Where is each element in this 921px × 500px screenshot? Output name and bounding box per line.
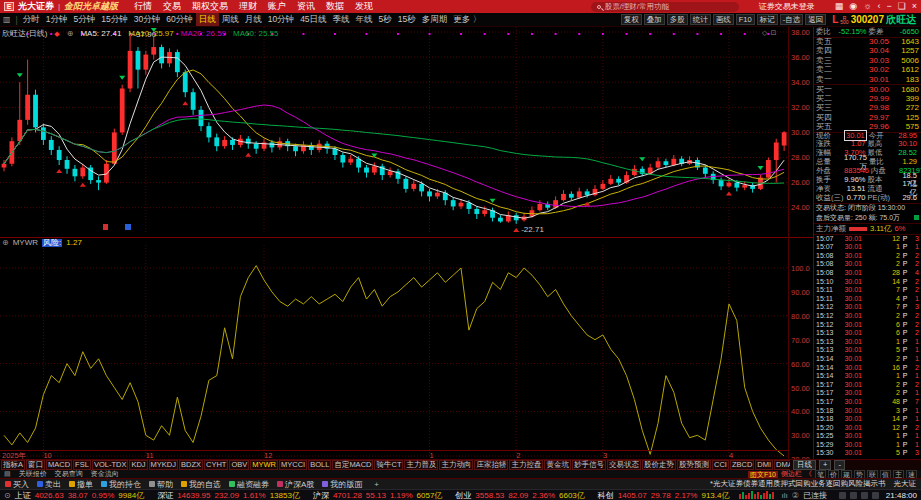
index-科创[interactable]: 科创1405.0729.782.17%913.4亿 — [598, 490, 730, 500]
f10-button[interactable]: 图文F10 — [748, 471, 778, 478]
login-status[interactable]: 证券交易未登录 — [759, 1, 815, 12]
tick-list[interactable]: 15:0730.0112P315:0730.011P115:0830.012P2… — [814, 234, 921, 458]
indicator-tab-OBV[interactable]: OBV — [229, 460, 249, 470]
order-row[interactable]: 卖一30.01183 — [814, 75, 921, 85]
period-tab-多周期[interactable]: 多周期 — [419, 13, 451, 26]
indicator-tab-KDJ[interactable]: KDJ — [129, 460, 147, 470]
index-沪深[interactable]: 沪深4701.2855.131.19%6057亿 — [313, 490, 442, 500]
settings-icon[interactable]: ☼ — [863, 0, 871, 13]
index-创业[interactable]: 创业3558.5382.092.36%6603亿 — [455, 490, 584, 500]
add-shortcut-button[interactable]: + — [374, 480, 379, 489]
order-row[interactable]: 买二29.99399 — [814, 94, 921, 104]
period-tab-季线[interactable]: 季线 — [330, 13, 353, 26]
tool--自选[interactable]: -自选 — [780, 14, 804, 25]
indicator-tab-庄家抬轿[interactable]: 庄家抬轿 — [474, 460, 508, 470]
indicator-tab-骑牛CT[interactable]: 骑牛CT — [374, 460, 403, 470]
period-tab-15秒[interactable]: 15秒 — [395, 13, 419, 26]
msg-icon[interactable] — [839, 492, 846, 499]
tool-标记[interactable]: 标记 — [757, 14, 778, 25]
indicator-tab-妙手信号[interactable]: 妙手信号 — [572, 460, 606, 470]
candlestick-chart[interactable]: 37.90-22.71 — [0, 27, 788, 233]
order-row[interactable]: 买四29.97125 — [814, 113, 921, 123]
collapse-icon[interactable]: ‹ — [877, 0, 880, 13]
period-tab-5分钟[interactable]: 5分钟 — [71, 13, 99, 26]
minimize-icon[interactable]: − — [886, 0, 891, 13]
toolbar-我的自选[interactable]: 我的自选 — [181, 479, 221, 490]
restore-icon[interactable]: ❏ — [898, 0, 906, 13]
period-tab-30分钟[interactable]: 30分钟 — [131, 13, 163, 26]
period-tab-年线[interactable]: 年线 — [353, 13, 376, 26]
menu-发现[interactable]: 发现 — [355, 0, 373, 13]
refresh-icon[interactable]: ⊙ — [4, 491, 11, 500]
indicator-tab-股价走势[interactable]: 股价走势 — [642, 460, 676, 470]
period-tab-10分钟[interactable]: 10分钟 — [265, 13, 297, 26]
indicator-tab-交易状态[interactable]: 交易状态 — [607, 460, 641, 470]
indicator-tab-CYHT[interactable]: CYHT — [204, 460, 228, 470]
indicator-tab-BDZX[interactable]: BDZX — [179, 460, 203, 470]
monitor-icon[interactable] — [872, 492, 879, 499]
tool-统计[interactable]: 统计 — [690, 14, 711, 25]
toolbar-买入[interactable]: 买入 — [5, 479, 29, 490]
indicator-tab-MYWR[interactable]: MYWR — [250, 460, 278, 470]
menu-资讯[interactable]: 资讯 — [297, 0, 315, 13]
period-tab-月线[interactable]: 月线 — [242, 13, 265, 26]
toolbar-帮助[interactable]: 帮助 — [149, 479, 173, 490]
tool-返回[interactable]: 返回 — [805, 14, 826, 25]
indicator-tab-主力控盘[interactable]: 主力控盘 — [509, 460, 543, 470]
chart-corner-icons[interactable]: ◇⊡ — [762, 29, 776, 37]
tool-F10[interactable]: F10 — [736, 14, 755, 25]
menu-交易[interactable]: 交易 — [163, 0, 181, 13]
tool-多股[interactable]: 多股 — [667, 14, 688, 25]
menu-账户[interactable]: 账户 — [268, 0, 286, 13]
indicator-tab-MYCCI[interactable]: MYCCI — [279, 460, 307, 470]
index-上证[interactable]: 上证4026.6338.070.95%9984亿 — [15, 490, 144, 500]
toolbar-融资融券[interactable]: 融资融券 — [229, 479, 269, 490]
grid-icon[interactable]: ▦ — [835, 0, 844, 13]
layout-icon[interactable]: ▥ — [3, 15, 11, 24]
indicator-tab-BOLL[interactable]: BOLL — [308, 460, 331, 470]
indicator-tab-MYKDJ[interactable]: MYKDJ — [149, 460, 178, 470]
list-icon[interactable]: ▤ — [4, 470, 11, 478]
period-tab-更多 〉[interactable]: 更多 〉 — [450, 13, 484, 26]
mywr-line-chart[interactable] — [0, 245, 788, 458]
toolbar-撤单[interactable]: 撤单 — [69, 479, 93, 490]
order-row[interactable]: 卖四30.041257 — [814, 46, 921, 56]
screenshot-icon[interactable]: ◉ — [849, 0, 857, 13]
indicator-tab-CCI[interactable]: CCI — [712, 460, 729, 470]
toolbar-我的持仓[interactable]: 我的持仓 — [101, 479, 141, 490]
menu-期权交易[interactable]: 期权交易 — [192, 0, 228, 13]
indicator-tab-黄金坑[interactable]: 黄金坑 — [544, 460, 571, 470]
indicator-zoom-icon[interactable]: ⊕ — [2, 238, 9, 247]
period-tab-15分钟[interactable]: 15分钟 — [98, 13, 130, 26]
order-row[interactable]: 卖二30.021612 — [814, 65, 921, 75]
order-row[interactable]: 买一30.001680 — [814, 84, 921, 94]
order-row[interactable]: 卖五30.051643 — [814, 37, 921, 47]
period-tab-分时[interactable]: 分时 — [20, 13, 43, 26]
indicator-tab-主力动向[interactable]: 主力动向 — [439, 460, 473, 470]
menu-数据[interactable]: 数据 — [326, 0, 344, 13]
tool-画线[interactable]: 画线 — [713, 14, 734, 25]
tool-叠加[interactable]: 叠加 — [644, 14, 665, 25]
period-tab-60分钟[interactable]: 60分钟 — [163, 13, 195, 26]
zoom-plus-icon[interactable]: ⊕ — [67, 29, 74, 38]
bell-icon[interactable] — [861, 492, 868, 499]
period-tab-日线[interactable]: 日线 — [196, 13, 219, 26]
calendar-icon[interactable] — [850, 492, 857, 499]
tool-复权[interactable]: 复权 — [621, 14, 642, 25]
order-row[interactable]: 卖三30.035006 — [814, 56, 921, 66]
order-row[interactable]: 买三29.98272 — [814, 103, 921, 113]
toolbar-我的版面[interactable]: 我的版面 — [322, 479, 362, 490]
menu-理财[interactable]: 理财 — [239, 0, 257, 13]
index-深证[interactable]: 深证14639.95232.091.61%13853亿 — [157, 490, 300, 500]
indicator-tab-股势预测[interactable]: 股势预测 — [677, 460, 711, 470]
period-tab-5秒[interactable]: 5秒 — [376, 13, 395, 26]
period-tab-45日线[interactable]: 45日线 — [297, 13, 329, 26]
period-tab-1分钟[interactable]: 1分钟 — [43, 13, 71, 26]
close-icon[interactable]: × — [912, 0, 917, 13]
menu-行情[interactable]: 行情 — [134, 0, 152, 13]
search-input[interactable]: 股票/理财/常用功能 — [591, 2, 739, 12]
toolbar-卖出[interactable]: 卖出 — [37, 479, 61, 490]
indicator-tab-主力普及[interactable]: 主力普及 — [404, 460, 438, 470]
indicator-tab-自定MACD[interactable]: 自定MACD — [332, 460, 373, 470]
period-tab-周线[interactable]: 周线 — [219, 13, 242, 26]
